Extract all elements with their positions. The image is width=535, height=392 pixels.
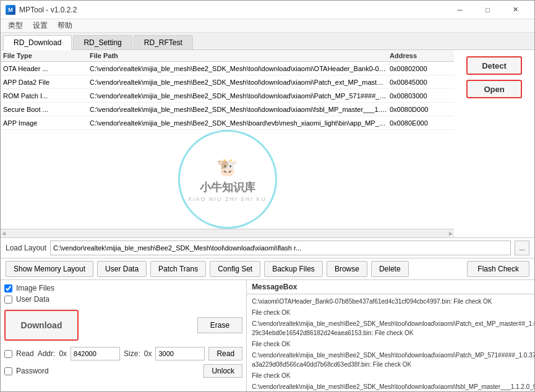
cell-addr-4: 0x0080E000	[390, 119, 452, 127]
main-content: File Type File Path Address OTA Header .…	[1, 50, 534, 392]
menu-types[interactable]: 类型	[3, 19, 28, 32]
delete-button[interactable]: Delete	[371, 261, 409, 277]
read-checkbox[interactable]	[4, 350, 12, 358]
watermark-chinese: 小牛知识库	[200, 180, 255, 195]
addr-prefix: 0x	[59, 349, 67, 358]
menu-settings[interactable]: 设置	[28, 19, 53, 32]
app-icon: M	[6, 5, 15, 15]
title-bar: M MPTool - v1.0.2.2 ─ □ ✕	[1, 1, 534, 19]
messagebox-label: MessageBox	[247, 280, 535, 294]
bottom-section: Image Files User Data Download Erase Rea…	[1, 280, 534, 392]
cell-addr-1: 0x00845000	[390, 79, 452, 86]
message-line: C:\vendor\realtek\mijia_ble_mesh\Bee2_SD…	[252, 382, 535, 392]
window-controls: ─ □ ✕	[446, 1, 529, 19]
right-panel: MessageBox C:\xiaomi\OTAHeader_Bank0-07b…	[247, 280, 535, 392]
window-title: MPTool - v1.0.2.2	[19, 6, 77, 14]
cell-addr-3: 0x0080D000	[390, 106, 452, 113]
menu-bar: 类型 设置 帮助	[1, 19, 534, 33]
load-layout-row: Load Layout ...	[1, 238, 534, 258]
cell-path-4: C:\vendor\realtek\mijia_ble_mesh\Bee2_SD…	[90, 119, 390, 127]
cell-path-1: C:\vendor\realtek\mijia_ble_mesh\Bee2_SD…	[90, 79, 390, 86]
config-set-button[interactable]: Config Set	[210, 261, 260, 277]
show-memory-layout-button[interactable]: Show Memory Layout	[6, 261, 93, 277]
close-button[interactable]: ✕	[502, 1, 529, 19]
tabs-bar: RD_Download RD_Setting RD_RFTest	[1, 33, 534, 50]
image-files-label: Image Files	[16, 284, 54, 292]
col-address: Address	[390, 52, 452, 59]
erase-button[interactable]: Erase	[197, 317, 242, 333]
message-line: C:\xiaomi\OTAHeader_Bank0-07b85be437af61…	[252, 297, 535, 306]
table-row[interactable]: APP Image C:\vendor\realtek\mijia_ble_me…	[1, 116, 454, 130]
menu-help[interactable]: 帮助	[53, 19, 77, 32]
top-section: File Type File Path Address OTA Header .…	[1, 50, 534, 238]
file-table-container: File Type File Path Address OTA Header .…	[1, 50, 454, 237]
cell-type-4: APP Image	[3, 119, 90, 127]
image-files-row: Image Files	[4, 284, 242, 292]
message-line: File check OK	[252, 339, 535, 349]
table-row[interactable]: APP Data2 File C:\vendor\realtek\mijia_b…	[1, 75, 454, 89]
user-data-button[interactable]: User Data	[97, 261, 147, 277]
watermark-logo: 🐮	[216, 157, 238, 177]
detect-button[interactable]: Detect	[466, 56, 522, 75]
left-panel: Image Files User Data Download Erase Rea…	[1, 280, 247, 392]
addr-input[interactable]	[71, 347, 120, 360]
table-row[interactable]: ROM Patch I... C:\vendor\realtek\mijia_b…	[1, 89, 454, 103]
size-input[interactable]	[155, 347, 205, 360]
layout-browse-button[interactable]: ...	[515, 241, 529, 255]
unlock-button[interactable]: Unlock	[203, 364, 242, 378]
action-buttons-row: Show Memory Layout User Data Patch Trans…	[1, 258, 534, 280]
cell-type-0: OTA Header ...	[3, 65, 90, 72]
read-row: Read Addr: 0x Size: 0x Read	[4, 347, 242, 360]
message-box[interactable]: C:\xiaomi\OTAHeader_Bank0-07b85be437af61…	[247, 294, 535, 392]
read-checkbox-label: Read	[16, 349, 34, 358]
cell-addr-0: 0x00802000	[390, 65, 452, 72]
download-area: Download Erase	[4, 310, 242, 341]
cell-path-0: C:\vendor\realtek\mijia_ble_mesh\Bee2_SD…	[90, 65, 390, 72]
table-header: File Type File Path Address	[1, 50, 454, 62]
cell-path-3: C:\vendor\realtek\mijia_ble_mesh\Bee2_SD…	[90, 106, 390, 113]
browse-button[interactable]: Browse	[327, 261, 367, 277]
cell-type-1: APP Data2 File	[3, 79, 90, 86]
image-files-checkbox[interactable]	[4, 284, 12, 292]
tab-rd-setting[interactable]: RD_Setting	[73, 35, 132, 49]
patch-trans-button[interactable]: Patch Trans	[150, 261, 206, 277]
password-label: Password	[16, 367, 49, 375]
read-button[interactable]: Read	[208, 347, 242, 360]
minimize-button[interactable]: ─	[446, 1, 474, 19]
password-checkbox[interactable]	[4, 367, 12, 375]
col-file-path: File Path	[90, 52, 390, 59]
horizontal-scrollbar[interactable]: ◄ ►	[1, 229, 454, 237]
user-data-label: User Data	[16, 295, 49, 304]
cell-path-2: C:\vendor\realtek\mijia_ble_mesh\Bee2_SD…	[90, 92, 390, 100]
addr-label: Addr:	[38, 349, 56, 358]
tab-rd-download[interactable]: RD_Download	[3, 35, 72, 50]
backup-files-button[interactable]: Backup Files	[264, 261, 323, 277]
open-button[interactable]: Open	[466, 80, 522, 98]
size-label: Size:	[124, 349, 140, 358]
message-line: File check OK	[252, 371, 535, 380]
download-button[interactable]: Download	[4, 310, 79, 341]
message-line: C:\vendor\realtek\mijia_ble_mesh\Bee2_SD…	[252, 351, 535, 369]
cell-addr-2: 0x00803000	[390, 92, 452, 100]
size-prefix: 0x	[144, 349, 152, 358]
user-data-row: User Data	[4, 295, 242, 304]
user-data-checkbox[interactable]	[4, 296, 12, 304]
cell-type-2: ROM Patch I...	[3, 92, 90, 100]
col-file-type: File Type	[3, 52, 90, 59]
right-buttons-panel: Detect Open	[454, 50, 534, 237]
watermark-area: 🐮 小牛知识库 XIAO NIU ZHI SHI KU	[1, 130, 454, 229]
flash-check-button[interactable]: Flash Check	[467, 261, 529, 277]
table-row[interactable]: OTA Header ... C:\vendor\realtek\mijia_b…	[1, 62, 454, 75]
cell-type-3: Secure Boot ...	[3, 106, 90, 113]
maximize-button[interactable]: □	[474, 1, 502, 19]
message-line: C:\vendor\realtek\mijia_ble_mesh\Bee2_SD…	[252, 319, 535, 338]
password-row: Password Unlock	[4, 364, 242, 378]
tab-rd-rftest[interactable]: RD_RFTest	[134, 35, 193, 49]
load-layout-label: Load Layout	[6, 244, 46, 252]
message-line: File check OK	[252, 308, 535, 317]
watermark-pinyin: XIAO NIU ZHI SHI KU	[188, 196, 267, 202]
watermark-circle: 🐮 小牛知识库 XIAO NIU ZHI SHI KU	[178, 130, 277, 229]
table-row[interactable]: Secure Boot ... C:\vendor\realtek\mijia_…	[1, 103, 454, 116]
table-body: OTA Header ... C:\vendor\realtek\mijia_b…	[1, 62, 454, 130]
layout-path-input[interactable]	[50, 241, 511, 255]
